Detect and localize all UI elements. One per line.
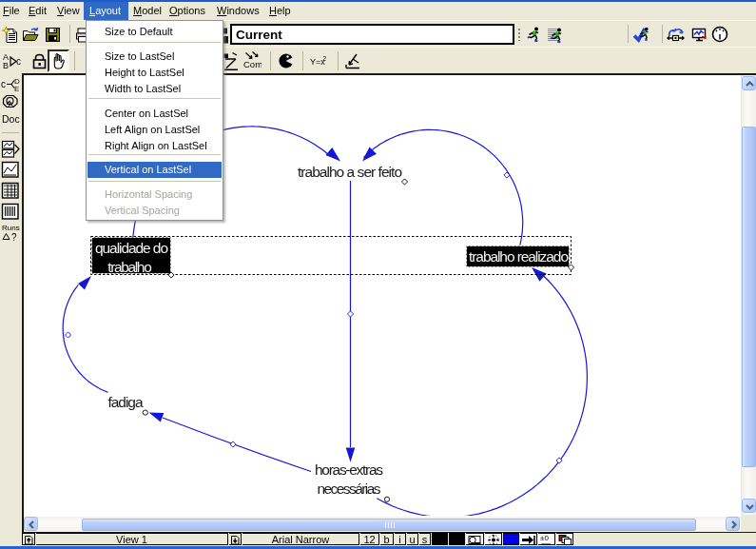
svg-text:Com: Com [243,59,262,69]
svg-text:qualidade do: qualidade do [95,240,168,256]
svg-text:trabalho realizado: trabalho realizado [469,248,569,265]
svg-text:c: c [1,79,6,89]
svg-text:A: A [9,100,14,108]
svg-text:horas-extras: horas-extras [315,461,383,478]
svg-text:B: B [3,61,9,70]
svg-text:c: c [16,56,21,67]
svg-text:±0: ±0 [540,534,549,542]
svg-text:trabalho a ser feito: trabalho a ser feito [298,164,402,180]
svg-text:necessárias: necessárias [318,480,381,497]
svg-text:?: ? [11,232,17,243]
svg-text:Doc: Doc [2,113,20,125]
svg-text:trabalho: trabalho [107,259,152,275]
svg-text:fadiga: fadiga [108,394,144,410]
svg-text:2: 2 [323,55,327,62]
svg-text:Runs: Runs [2,224,20,232]
svg-text:E: E [14,85,19,92]
